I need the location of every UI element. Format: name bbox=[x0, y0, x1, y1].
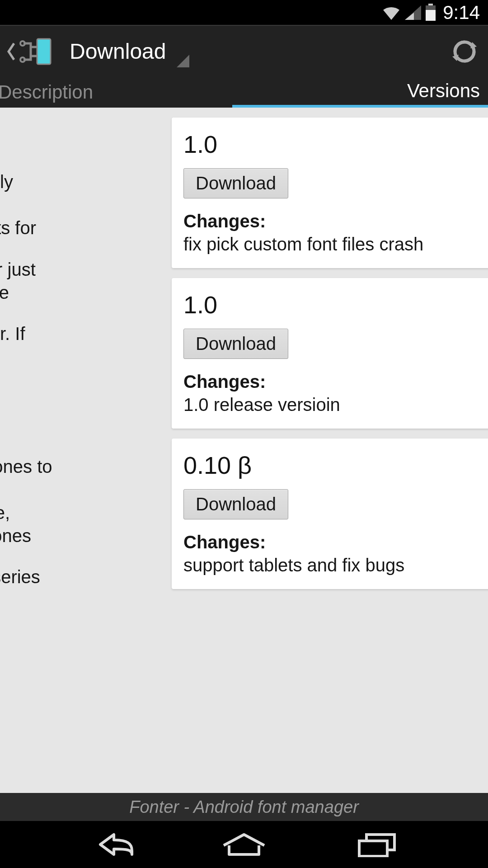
nav-back-button[interactable] bbox=[84, 829, 139, 860]
nav-recent-button[interactable] bbox=[349, 829, 404, 860]
content-area: nt manager r on Android,not only IT also… bbox=[0, 108, 488, 793]
module-title: nt manager bbox=[0, 121, 153, 151]
spinner-triangle-icon[interactable] bbox=[176, 54, 189, 69]
action-bar: Download bbox=[0, 25, 488, 77]
svg-rect-7 bbox=[359, 841, 387, 856]
description-paragraph: efore rate one star. bbox=[0, 363, 153, 387]
tab-versions[interactable]: Versions bbox=[232, 77, 488, 108]
status-bar: 9:14 bbox=[0, 0, 488, 25]
description-paragraph: ease rate a five star. If bbox=[0, 322, 153, 345]
version-number: 1.0 bbox=[183, 291, 485, 319]
download-button[interactable]: Download bbox=[183, 168, 288, 198]
action-bar-title[interactable]: Download bbox=[70, 39, 166, 64]
version-number: 1.0 bbox=[183, 130, 485, 158]
download-button[interactable]: Download bbox=[183, 329, 288, 359]
back-chevron-icon[interactable] bbox=[5, 40, 17, 63]
description-column: nt manager r on Android,not only IT also… bbox=[0, 108, 163, 644]
status-time: 9:14 bbox=[443, 2, 480, 24]
version-card: 1.0 Download Changes: fix pick custom fo… bbox=[172, 118, 488, 268]
refresh-button[interactable] bbox=[446, 33, 483, 70]
battery-icon bbox=[425, 4, 436, 22]
changes-text: fix pick custom font files crash bbox=[183, 234, 485, 255]
footer-caption: Fonter - Android font manager bbox=[0, 793, 488, 821]
changes-label: Changes: bbox=[183, 532, 485, 552]
navigation-bar bbox=[0, 821, 488, 868]
nav-home-button[interactable] bbox=[217, 829, 271, 860]
svg-rect-3 bbox=[37, 39, 51, 64]
description-paragraph: our phone's font, or just easy to use, c… bbox=[0, 258, 153, 304]
description-paragraph: o,Nokia X, Nexus series OOT) bbox=[0, 566, 153, 612]
xposed-app-icon[interactable] bbox=[17, 36, 53, 67]
tab-description-label: Description bbox=[0, 81, 93, 103]
svg-point-4 bbox=[20, 41, 25, 46]
description-paragraph: r on Android,not only IT also support e … bbox=[0, 170, 153, 240]
tab-bar: Description Versions bbox=[0, 77, 488, 108]
svg-point-5 bbox=[20, 57, 25, 62]
description-paragraph: ont art of Color OS phones to T needed) … bbox=[0, 432, 153, 547]
wifi-icon bbox=[381, 5, 401, 21]
changes-text: support tablets and fix bugs bbox=[183, 555, 485, 576]
changes-text: 1.0 release versioin bbox=[183, 395, 485, 415]
svg-rect-0 bbox=[428, 4, 433, 5]
download-button[interactable]: Download bbox=[183, 489, 288, 519]
svg-rect-2 bbox=[426, 10, 436, 21]
changes-label: Changes: bbox=[183, 211, 485, 231]
tab-versions-label: Versions bbox=[407, 80, 480, 102]
cell-signal-icon bbox=[404, 5, 422, 21]
tab-description[interactable]: Description bbox=[0, 77, 232, 108]
changes-label: Changes: bbox=[183, 372, 485, 392]
version-number: 0.10 β bbox=[183, 451, 485, 479]
version-card: 1.0 Download Changes: 1.0 release versio… bbox=[172, 278, 488, 429]
versions-column: 1.0 Download Changes: fix pick custom fo… bbox=[172, 118, 488, 599]
version-card: 0.10 β Download Changes: support tablets… bbox=[172, 439, 488, 589]
